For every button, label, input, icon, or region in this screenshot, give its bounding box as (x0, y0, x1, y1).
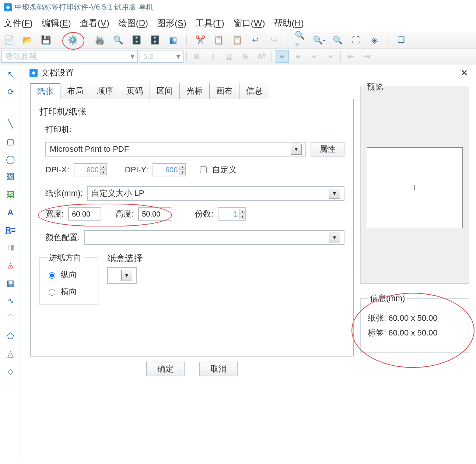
paste-icon[interactable]: 📋 (231, 34, 243, 46)
doc-settings-icon[interactable]: ⚙️ (67, 34, 78, 46)
font-size-picker[interactable]: 5.0 ▾ (140, 50, 183, 63)
strike-button[interactable]: S (238, 50, 252, 63)
tray-select[interactable]: ▼ (107, 267, 137, 284)
database-icon[interactable]: 🗄️ (130, 34, 142, 46)
grid-icon[interactable]: ▦ (167, 34, 179, 46)
triangle-tool-icon[interactable]: △ (5, 348, 16, 359)
ellipse-tool-icon[interactable]: ◯ (5, 154, 16, 165)
chevron-down-icon: ▼ (329, 188, 340, 199)
spin-up-icon[interactable]: ▲ (101, 165, 106, 170)
outdent-button[interactable]: ⇥ (360, 50, 374, 63)
height-label: 高度: (115, 208, 134, 219)
dpix-input[interactable]: ▲▼ (74, 163, 107, 176)
fit2-icon[interactable]: ◈ (368, 34, 380, 46)
curve-tool-icon[interactable]: ∿ (5, 295, 16, 306)
portrait-radio[interactable] (49, 272, 55, 279)
app-icon (4, 3, 12, 11)
zoom-icon[interactable]: 🔍 (332, 34, 343, 46)
spin-up-icon[interactable]: ▲ (239, 209, 245, 214)
tab-cursor[interactable]: 光标 (179, 83, 210, 99)
tab-range[interactable]: 区间 (150, 83, 180, 99)
printer-label: 打印机: (45, 124, 72, 135)
colorprofile-label: 颜色配置: (45, 232, 80, 243)
fit-icon[interactable]: ⛶ (350, 34, 362, 46)
cancel-button[interactable]: 取消 (199, 362, 238, 376)
text-tool-icon[interactable]: A (5, 207, 16, 218)
line-tool-icon[interactable]: ╲ (5, 119, 16, 130)
tab-order[interactable]: 顺序 (90, 83, 120, 99)
copy-icon[interactable]: 📋 (213, 34, 224, 46)
tab-paper[interactable]: 纸张 (30, 83, 60, 99)
roundrect-tool-icon[interactable]: ▢ (5, 136, 16, 147)
zoom-out-icon[interactable]: 🔍- (313, 34, 325, 46)
tab-page[interactable]: 页码 (120, 83, 150, 99)
cut-icon[interactable]: ✂️ (194, 34, 206, 46)
new-doc-icon[interactable]: 📄 (3, 34, 15, 46)
align-left-button[interactable]: ≡ (275, 50, 289, 63)
menu-view[interactable]: 查看(V) (79, 16, 110, 31)
width-label: 宽度: (45, 208, 64, 219)
tab-canvas[interactable]: 画布 (209, 83, 239, 99)
info-label: 标签: 60.00 x 50.00 (368, 327, 462, 338)
bold-button[interactable]: B (190, 50, 204, 63)
menu-file[interactable]: 文件(F) (3, 16, 34, 31)
menu-window[interactable]: 窗口(W) (232, 16, 266, 31)
landscape-label: 横向 (61, 286, 77, 297)
align-center-button[interactable]: ≡ (291, 50, 305, 63)
printer-select[interactable]: Microsoft Print to PDF ▼ (45, 142, 306, 157)
rotate-tool-icon[interactable]: ⟳ (5, 87, 16, 98)
table-tool-icon[interactable]: ▦ (5, 278, 16, 289)
polygon-tool-icon[interactable]: ⬠ (5, 331, 16, 342)
tab-panel-paper: 打印机/纸张 打印机: Microsoft Print to PDF ▼ 属性 (30, 99, 354, 356)
italic-button[interactable]: I (206, 50, 220, 63)
spin-down-icon[interactable]: ▼ (101, 170, 106, 175)
menu-help[interactable]: 帮助(H) (273, 16, 304, 31)
database2-icon[interactable]: 🗄️ (149, 34, 161, 46)
tab-info[interactable]: 信息 (239, 83, 269, 99)
font-picker[interactable]: 微软雅黑 ▾ (1, 50, 138, 63)
custom-dpi-checkbox[interactable] (200, 166, 207, 173)
preview-icon[interactable]: 🔍 (112, 34, 124, 46)
menu-tools[interactable]: 工具(T) (195, 16, 225, 31)
image-tool-icon[interactable]: 🖼 (5, 172, 16, 183)
underline-button[interactable]: U (222, 50, 236, 63)
ok-button[interactable]: 确定 (146, 362, 185, 376)
align-justify-button[interactable]: ≡ (323, 50, 337, 63)
close-icon[interactable]: ✕ (458, 68, 471, 78)
colorprofile-select[interactable]: ▼ (84, 230, 344, 245)
pointer-tool-icon[interactable]: ↖ (5, 69, 16, 80)
spin-down-icon[interactable]: ▼ (239, 214, 245, 219)
paper-size-select[interactable]: 自定义大小 LP ▼ (87, 186, 344, 201)
save-icon[interactable]: 💾 (40, 34, 52, 46)
copies-input[interactable]: ▲▼ (218, 207, 246, 221)
spin-up-icon[interactable]: ▲ (179, 165, 185, 170)
spin-down-icon[interactable]: ▼ (179, 170, 185, 175)
redo-icon[interactable]: ↪ (268, 34, 280, 46)
tab-layout[interactable]: 布局 (60, 83, 90, 99)
zoom-in-icon[interactable]: 🔍+ (295, 34, 307, 46)
arc-tool-icon[interactable]: ⌒ (5, 313, 16, 324)
richtext-tool-icon[interactable]: R≡ (5, 225, 16, 236)
width-input[interactable]: 60.00 (68, 207, 101, 221)
image2-tool-icon[interactable]: 🖼 (5, 189, 16, 200)
print-icon[interactable]: 🖨️ (94, 34, 105, 46)
clear-format-button[interactable]: Aᵇ (255, 50, 269, 63)
height-input[interactable]: 50.00 (138, 207, 171, 221)
app-title: 中琅条码标签打印软件-V6.5.1 试用版 单机 (15, 2, 153, 12)
dpiy-input[interactable]: ▲▼ (153, 163, 186, 176)
main-toolbar: 📄 📂 💾 ⚙️ 🖨️ 🔍 🗄️ 🗄️ ▦ ✂️ 📋 📋 ↩ ↪ 🔍+ 🔍- 🔍… (0, 32, 476, 49)
chevron-down-icon: ▼ (121, 270, 132, 281)
align-right-button[interactable]: ≡ (307, 50, 321, 63)
undo-icon[interactable]: ↩ (249, 34, 261, 46)
menu-shape[interactable]: 图形(S) (156, 16, 187, 31)
barcode-tool-icon[interactable]: ⦀⦀ (5, 242, 16, 253)
shape-tool-icon[interactable]: ◬ (5, 260, 16, 271)
indent-button[interactable]: ⇤ (344, 50, 358, 63)
open-icon[interactable]: 📂 (21, 34, 33, 46)
diamond-tool-icon[interactable]: ◇ (5, 366, 16, 377)
menu-draw[interactable]: 绘图(D) (118, 16, 149, 31)
layers-icon[interactable]: ❐ (395, 34, 407, 46)
printer-properties-button[interactable]: 属性 (311, 142, 344, 157)
menu-edit[interactable]: 编辑(E) (41, 16, 72, 31)
landscape-radio[interactable] (49, 289, 55, 296)
